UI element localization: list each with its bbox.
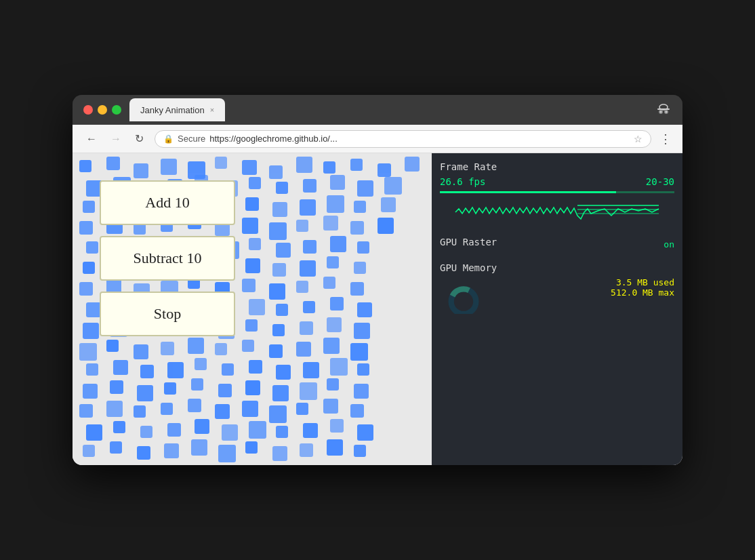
blue-square <box>110 380 123 394</box>
back-button[interactable]: ← <box>83 132 100 146</box>
blue-square <box>357 363 369 376</box>
blue-square <box>218 384 232 397</box>
blue-square <box>249 299 265 315</box>
blue-square <box>350 404 364 418</box>
add10-button[interactable]: Add 10 <box>100 180 235 225</box>
blue-square <box>330 175 345 190</box>
blue-square <box>303 423 318 438</box>
blue-square <box>330 297 344 311</box>
lock-icon: 🔒 <box>163 134 174 144</box>
blue-square <box>79 221 93 235</box>
active-tab[interactable]: Janky Animation × <box>129 98 225 121</box>
blue-square <box>137 385 153 401</box>
blue-square <box>245 441 258 454</box>
blue-square <box>276 243 291 258</box>
blue-square <box>134 344 148 359</box>
blue-square <box>245 319 258 332</box>
blue-square <box>188 338 204 354</box>
blue-square <box>269 405 287 423</box>
blue-square <box>296 281 308 293</box>
blue-square <box>272 263 286 277</box>
blue-square <box>276 304 288 316</box>
blue-square <box>354 445 366 457</box>
blue-square <box>134 405 146 418</box>
stop-button[interactable]: Stop <box>100 292 235 336</box>
blue-square <box>272 202 287 217</box>
blue-square <box>276 426 288 438</box>
blue-square <box>215 404 230 419</box>
blue-square <box>83 384 98 399</box>
blue-square <box>79 160 91 172</box>
gpu-raster-section: GPU Raster on <box>440 237 674 252</box>
forward-button[interactable]: → <box>108 132 124 146</box>
blue-square <box>350 282 364 296</box>
url-text: https://googlechrome.github.io/... <box>209 134 630 144</box>
blue-square <box>354 201 366 213</box>
blue-square <box>381 197 396 212</box>
blue-square <box>140 426 152 438</box>
blue-square <box>405 157 420 172</box>
blue-square <box>269 222 287 240</box>
blue-square <box>249 177 261 189</box>
title-bar: Janky Animation × <box>73 95 682 125</box>
refresh-button[interactable]: ↻ <box>132 131 146 146</box>
blue-square <box>167 362 184 378</box>
gpu-raster-value: on <box>664 239 674 249</box>
blue-square <box>83 262 95 274</box>
fps-value: 26.6 fps <box>440 176 485 187</box>
blue-square <box>276 182 288 194</box>
blue-square <box>323 216 338 231</box>
frame-rate-title: Frame Rate <box>440 161 674 172</box>
blue-square <box>323 277 335 289</box>
more-options-icon[interactable]: ⋮ <box>659 132 672 146</box>
tab-area: Janky Animation × <box>129 98 647 121</box>
blue-square <box>242 401 258 417</box>
blue-square <box>354 262 366 274</box>
blue-square <box>350 221 364 235</box>
blue-square <box>350 159 363 171</box>
blue-square <box>300 321 313 335</box>
blue-square <box>272 446 287 461</box>
blue-square <box>215 157 227 169</box>
blue-square <box>269 283 285 300</box>
blue-square <box>195 358 207 370</box>
frame-bar <box>440 191 674 193</box>
blue-square <box>167 423 181 437</box>
blue-square <box>296 403 308 415</box>
subtract10-button[interactable]: Subtract 10 <box>100 236 235 281</box>
fps-row: 26.6 fps 20-30 <box>440 176 674 187</box>
blue-square <box>300 382 317 400</box>
blue-square <box>83 201 95 213</box>
url-bar[interactable]: 🔒 Secure https://googlechrome.github.io/… <box>155 130 651 148</box>
blue-square <box>378 218 394 234</box>
blue-square <box>83 323 99 339</box>
incognito-icon <box>655 102 672 119</box>
blue-square <box>137 446 150 460</box>
minimize-button[interactable] <box>98 105 107 115</box>
blue-square <box>215 343 227 355</box>
blue-square <box>300 199 316 216</box>
blue-square <box>249 421 266 439</box>
close-button[interactable] <box>83 105 93 115</box>
blue-square <box>79 282 93 296</box>
maximize-button[interactable] <box>112 105 121 115</box>
blue-square <box>218 445 236 462</box>
button-group: Add 10 Subtract 10 Stop <box>100 180 235 336</box>
secure-label: Secure <box>178 134 205 144</box>
bookmark-icon[interactable]: ☆ <box>634 134 642 144</box>
blue-square <box>242 340 254 352</box>
frame-rate-section: Frame Rate 26.6 fps 20-30 <box>440 161 674 226</box>
performance-overlay: Frame Rate 26.6 fps 20-30 <box>432 153 682 465</box>
blue-square <box>357 424 373 441</box>
blue-square <box>242 279 256 292</box>
blue-square <box>83 445 95 457</box>
canvas-area: Add 10 Subtract 10 Stop <box>73 153 432 465</box>
blue-square <box>86 363 98 376</box>
blue-square <box>113 360 128 375</box>
blue-square <box>191 439 207 456</box>
blue-square <box>245 197 259 211</box>
blue-square <box>249 360 262 374</box>
tab-close-icon[interactable]: × <box>210 106 214 114</box>
blue-square <box>269 344 283 358</box>
blue-square <box>110 441 122 454</box>
